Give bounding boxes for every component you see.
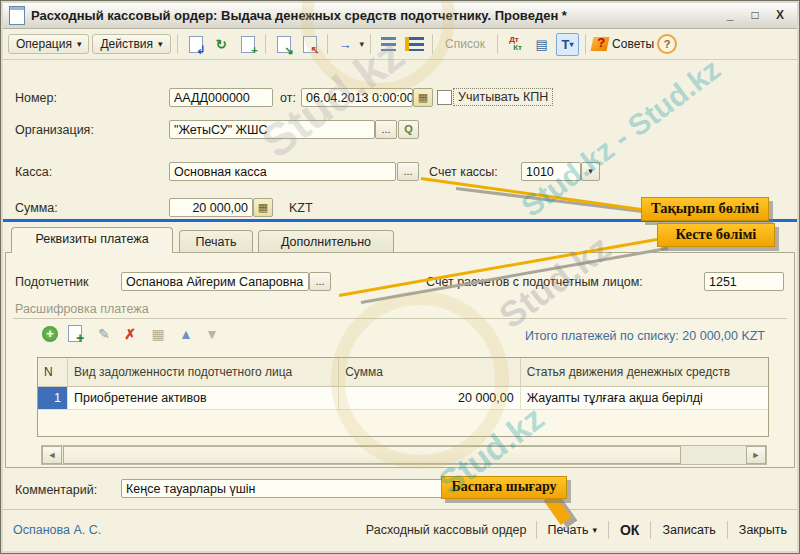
cash-account-input[interactable]: 1010 xyxy=(521,162,581,181)
post-arrow-glyph: ↘ xyxy=(284,45,293,56)
cash-account-dropdown-button[interactable]: ▾ xyxy=(581,162,600,181)
footer-separator xyxy=(608,521,609,539)
chevron-down-icon: ▾ xyxy=(592,525,597,535)
horizontal-scrollbar[interactable]: ◄ ► xyxy=(41,445,767,465)
chevron-down-icon[interactable]: ▾ xyxy=(360,39,365,49)
save-arrow-glyph: ↲ xyxy=(196,45,205,56)
actions-menu-button[interactable]: Действия ▾ xyxy=(92,34,170,54)
kpn-checkbox-label[interactable]: Учитывать КПН xyxy=(453,88,553,106)
cash-account-label: Счет кассы: xyxy=(429,165,498,179)
unpost-document-icon[interactable]: ↖ xyxy=(298,33,321,56)
organization-select-button[interactable]: ... xyxy=(375,120,397,139)
save-icon[interactable]: ↲ xyxy=(184,33,207,56)
calculator-icon[interactable]: ▦ xyxy=(253,198,273,217)
sum-input[interactable]: 20 000,00 xyxy=(169,198,253,217)
toolbar-separator xyxy=(497,34,498,54)
tab-payment-details[interactable]: Реквизиты платежа xyxy=(11,227,173,253)
tab-print[interactable]: Печать xyxy=(179,230,253,253)
scrollbar-thumb[interactable] xyxy=(63,446,681,464)
column-header-n[interactable]: N xyxy=(38,358,68,387)
help-icon[interactable]: ? xyxy=(657,34,677,54)
sum-cell[interactable]: 20 000,00 xyxy=(339,387,521,410)
payment-breakdown-table: N Вид задолженности подотчетного лица Су… xyxy=(37,357,769,437)
filter-icon[interactable]: Т ▾ xyxy=(556,33,579,56)
comment-label: Комментарий: xyxy=(15,483,97,497)
cashflow-article-cell[interactable]: Жауапты тұлғаға ақша берілді xyxy=(521,387,768,410)
column-header-debt-type[interactable]: Вид задолженности подотчетного лица xyxy=(68,358,339,387)
tab-additional[interactable]: Дополнительно xyxy=(258,230,394,253)
add-row-icon[interactable]: + xyxy=(39,323,61,344)
calendar-glyph: ▦ xyxy=(418,91,428,103)
footer-separator xyxy=(727,521,728,539)
refresh-icon[interactable]: ↻ xyxy=(210,33,233,56)
organization-input[interactable]: "ЖетыСУ" ЖШС xyxy=(169,120,375,139)
kpn-checkbox[interactable] xyxy=(437,90,452,105)
table-header-row: N Вид задолженности подотчетного лица Су… xyxy=(38,358,768,387)
currency-label: KZT xyxy=(289,201,313,215)
date-input[interactable]: 06.04.2013 0:00:00 xyxy=(301,88,413,107)
accountable-label: Подотчетник xyxy=(15,275,89,289)
operation-menu-label: Операция xyxy=(16,37,72,51)
post-document-icon[interactable]: ↘ xyxy=(272,33,295,56)
from-label: от: xyxy=(280,91,296,105)
footer-separator xyxy=(536,521,537,539)
filter-t-glyph: Т xyxy=(562,37,570,52)
move-up-icon[interactable]: ▲ xyxy=(175,323,197,344)
move-down-icon[interactable]: ▼ xyxy=(201,323,223,344)
toolbar-separator xyxy=(177,34,178,54)
kassa-label: Касса: xyxy=(15,165,52,179)
toolbar-separator xyxy=(265,34,266,54)
report-icon[interactable]: ▤ xyxy=(530,33,553,56)
operation-menu-button[interactable]: Операция ▾ xyxy=(8,34,89,54)
accountable-input[interactable]: Оспанова Айгерим Сапаровна xyxy=(121,272,309,291)
toolbar-separator xyxy=(432,34,433,54)
tips-button[interactable]: Советы xyxy=(592,37,654,51)
column-header-sum[interactable]: Сумма xyxy=(339,358,521,387)
number-input[interactable]: ААДД000000 xyxy=(169,88,273,107)
window-title: Расходный кассовый ордер: Выдача денежны… xyxy=(31,8,716,23)
settlement-account-input[interactable]: 1251 xyxy=(704,272,784,291)
kassa-select-button[interactable]: ... xyxy=(397,162,419,181)
pencil-glyph: ✎ xyxy=(98,326,110,342)
structure-icon[interactable] xyxy=(377,33,400,56)
copy-icon[interactable]: + xyxy=(236,33,259,56)
calendar-icon[interactable]: ▦ xyxy=(413,88,433,107)
go-icon[interactable]: → xyxy=(334,33,357,56)
dt-kt-icon[interactable]: Дт Кт xyxy=(504,33,527,56)
magnifier-icon[interactable]: Q xyxy=(398,120,419,139)
author-link[interactable]: Оспанова А. С. xyxy=(13,523,101,537)
kassa-input[interactable]: Основная касса xyxy=(169,162,396,181)
save-button[interactable]: Записать xyxy=(660,520,717,540)
plus-glyph: + xyxy=(42,326,58,342)
maximize-button[interactable]: □ xyxy=(744,7,766,25)
column-header-cashflow-article[interactable]: Статья движения денежных средств xyxy=(521,358,768,387)
scroll-right-icon[interactable]: ► xyxy=(746,446,766,464)
ok-button[interactable]: ОК xyxy=(618,519,641,541)
delete-row-icon[interactable]: ✗ xyxy=(119,323,141,344)
close-button[interactable]: X xyxy=(769,7,791,25)
checklist-icon[interactable] xyxy=(403,33,426,56)
edit-row-icon[interactable]: ✎ xyxy=(93,323,115,344)
title-bar: Расходный кассовый ордер: Выдача денежны… xyxy=(3,3,797,29)
comment-input[interactable]: Кеңсе тауарлары үшін xyxy=(121,479,445,498)
calc-rows-icon[interactable]: ▦ xyxy=(147,323,169,344)
debt-type-cell[interactable]: Приобретение активов xyxy=(68,387,339,410)
copy-row-icon[interactable]: + xyxy=(65,323,87,344)
main-toolbar: Операция ▾ Действия ▾ ↲ ↻ + ↘ ↖ → ▾ Спис… xyxy=(3,29,797,60)
scroll-left-icon[interactable]: ◄ xyxy=(42,446,62,464)
actions-menu-label: Действия xyxy=(100,37,153,51)
row-number-cell[interactable]: 1 xyxy=(38,387,68,410)
settlement-account-label: Счет расчетов с подотчетным лицом: xyxy=(426,275,643,289)
annotation-header-section: Тақырып бөлімі xyxy=(641,197,769,221)
tips-label: Советы xyxy=(612,37,654,51)
toolbar-separator xyxy=(585,34,586,54)
group-rule xyxy=(13,318,787,319)
accountable-select-button[interactable]: ... xyxy=(309,272,331,291)
question-glyph: ? xyxy=(664,38,671,50)
down-arrow-glyph: ▼ xyxy=(205,326,219,342)
minimize-button[interactable]: _ xyxy=(719,7,741,25)
table-row[interactable]: 1 Приобретение активов 20 000,00 Жауапты… xyxy=(38,387,768,410)
close-form-button[interactable]: Закрыть xyxy=(737,520,789,540)
kt-glyph: Кт xyxy=(513,43,522,52)
bars-glyph xyxy=(405,37,424,51)
